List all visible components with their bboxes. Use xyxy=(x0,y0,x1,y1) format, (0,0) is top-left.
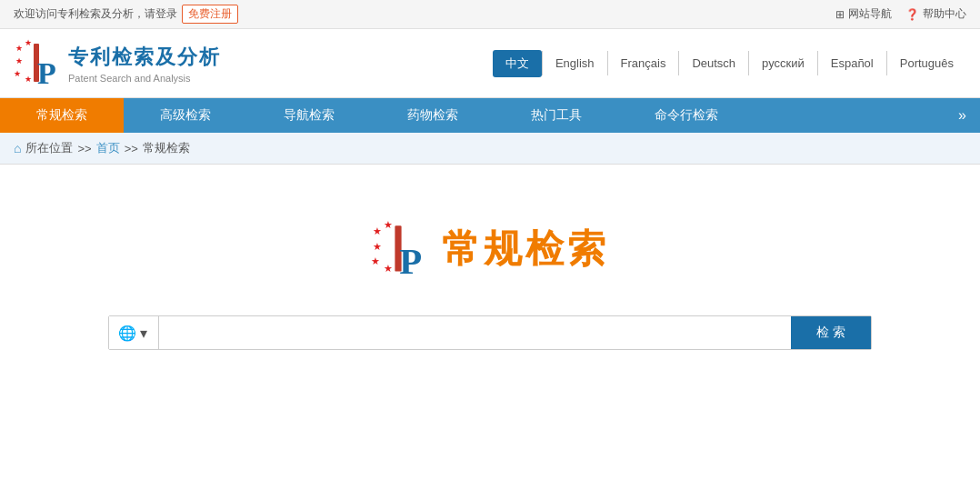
search-button[interactable]: 检 索 xyxy=(791,316,871,349)
nav-popular-tools[interactable]: 热门工具 xyxy=(495,98,618,133)
svg-text:★: ★ xyxy=(15,44,23,53)
scope-dropdown-arrow: ▾ xyxy=(140,325,147,342)
nav-bar: 常规检索 高级检索 导航检索 药物检索 热门工具 命令行检索 » xyxy=(0,98,980,133)
breadcrumb-separator2: >> xyxy=(125,142,138,155)
help-center-link[interactable]: ❓ 帮助中心 xyxy=(905,6,966,22)
svg-text:★: ★ xyxy=(371,255,380,266)
nav-more-button[interactable]: » xyxy=(945,98,980,133)
svg-text:★: ★ xyxy=(14,69,21,78)
register-button[interactable]: 免费注册 xyxy=(182,5,238,24)
breadcrumb-separator1: >> xyxy=(77,142,91,155)
svg-text:★: ★ xyxy=(15,56,23,65)
svg-text:★: ★ xyxy=(384,263,393,274)
logo-subtitle: Patent Search and Analysis xyxy=(68,73,221,84)
lang-german[interactable]: Deutsch xyxy=(679,51,749,75)
main-content: ★ ★ ★ ★ ★ P 常规检索 🌐 ▾ 检 索 xyxy=(0,165,980,455)
logo-text-area: 专利检索及分析 Patent Search and Analysis xyxy=(68,44,221,84)
language-selector: 中文 English Français Deutsch русский Espa… xyxy=(493,50,966,77)
svg-text:★: ★ xyxy=(373,225,382,236)
breadcrumb-home-link[interactable]: 首页 xyxy=(96,140,120,156)
help-center-label: 帮助中心 xyxy=(923,6,966,22)
announcement-text: 欢迎访问专利检索及分析，请登录 xyxy=(14,6,177,22)
center-logo-icon: ★ ★ ★ ★ ★ P xyxy=(371,219,425,279)
nav-navigation-search[interactable]: 导航检索 xyxy=(247,98,371,133)
search-bar: 🌐 ▾ 检 索 xyxy=(108,315,872,350)
nav-regular-search[interactable]: 常规检索 xyxy=(0,98,124,133)
svg-text:★: ★ xyxy=(25,38,32,47)
search-scope-dropdown[interactable]: 🌐 ▾ xyxy=(109,316,159,349)
site-nav-label: 网站导航 xyxy=(848,6,892,22)
nav-advanced-search[interactable]: 高级检索 xyxy=(124,98,247,133)
svg-text:★: ★ xyxy=(25,75,32,84)
home-icon: ⌂ xyxy=(14,141,21,155)
lang-english[interactable]: English xyxy=(542,51,608,75)
help-icon: ❓ xyxy=(905,8,919,21)
svg-text:P: P xyxy=(37,56,56,88)
lang-french[interactable]: Français xyxy=(608,51,680,75)
lang-russian[interactable]: русский xyxy=(749,51,818,75)
svg-text:★: ★ xyxy=(373,241,382,252)
breadcrumb: ⌂ 所在位置 >> 首页 >> 常规检索 xyxy=(0,133,980,165)
lang-chinese[interactable]: 中文 xyxy=(493,50,542,77)
announcement-area: 欢迎访问专利检索及分析，请登录 免费注册 xyxy=(14,5,238,24)
breadcrumb-location-label: 所在位置 xyxy=(25,140,73,156)
svg-text:P: P xyxy=(399,241,422,279)
globe-icon: 🌐 xyxy=(118,325,136,342)
nav-drug-search[interactable]: 药物检索 xyxy=(371,98,495,133)
logo-title: 专利检索及分析 xyxy=(68,44,221,71)
lang-portuguese[interactable]: Português xyxy=(887,51,966,75)
breadcrumb-current: 常规检索 xyxy=(143,140,190,156)
site-nav-link[interactable]: ⊞ 网站导航 xyxy=(835,6,892,22)
logo-icon: ★ ★ ★ ★ ★ P xyxy=(14,38,59,88)
logo-area: ★ ★ ★ ★ ★ P 专利检索及分析 Patent Search and An… xyxy=(14,38,221,88)
grid-icon: ⊞ xyxy=(835,8,845,21)
svg-text:★: ★ xyxy=(384,219,393,230)
page-title: 常规检索 xyxy=(442,224,609,275)
center-brand: ★ ★ ★ ★ ★ P 常规检索 xyxy=(371,219,609,279)
top-bar: 欢迎访问专利检索及分析，请登录 免费注册 ⊞ 网站导航 ❓ 帮助中心 xyxy=(0,0,980,29)
header: ★ ★ ★ ★ ★ P 专利检索及分析 Patent Search and An… xyxy=(0,29,980,98)
search-input[interactable] xyxy=(159,316,791,349)
top-right-links: ⊞ 网站导航 ❓ 帮助中心 xyxy=(835,6,966,22)
lang-spanish[interactable]: Español xyxy=(818,51,887,75)
nav-command-search[interactable]: 命令行检索 xyxy=(618,98,755,133)
